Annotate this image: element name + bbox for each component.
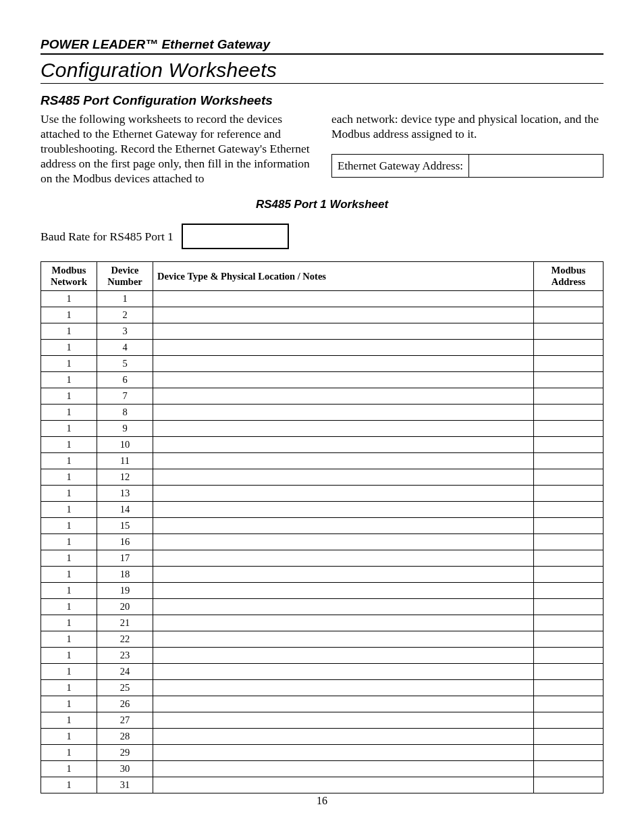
cell-network: 1 bbox=[41, 436, 97, 452]
cell-device-number: 28 bbox=[97, 728, 153, 744]
cell-address[interactable] bbox=[534, 777, 603, 793]
table-row: 15 bbox=[41, 355, 603, 371]
cell-notes[interactable] bbox=[153, 485, 534, 501]
table-row: 118 bbox=[41, 566, 603, 582]
cell-address[interactable] bbox=[534, 696, 603, 712]
table-row: 124 bbox=[41, 663, 603, 679]
cell-network: 1 bbox=[41, 631, 97, 647]
cell-device-number: 7 bbox=[97, 388, 153, 404]
cell-address[interactable] bbox=[534, 533, 603, 550]
table-row: 127 bbox=[41, 712, 603, 728]
cell-notes[interactable] bbox=[153, 388, 534, 404]
cell-address[interactable] bbox=[534, 371, 603, 388]
table-row: 117 bbox=[41, 550, 603, 566]
cell-address[interactable] bbox=[534, 712, 603, 728]
cell-device-number: 16 bbox=[97, 533, 153, 550]
cell-address[interactable] bbox=[534, 404, 603, 420]
cell-device-number: 1 bbox=[97, 290, 153, 307]
cell-device-number: 14 bbox=[97, 501, 153, 517]
cell-notes[interactable] bbox=[153, 371, 534, 388]
table-row: 126 bbox=[41, 696, 603, 712]
cell-address[interactable] bbox=[534, 485, 603, 501]
cell-address[interactable] bbox=[534, 598, 603, 615]
cell-address[interactable] bbox=[534, 339, 603, 355]
cell-address[interactable] bbox=[534, 663, 603, 679]
cell-address[interactable] bbox=[534, 290, 603, 307]
cell-device-number: 3 bbox=[97, 323, 153, 339]
cell-address[interactable] bbox=[534, 420, 603, 436]
cell-notes[interactable] bbox=[153, 663, 534, 679]
cell-notes[interactable] bbox=[153, 631, 534, 647]
cell-notes[interactable] bbox=[153, 501, 534, 517]
cell-address[interactable] bbox=[534, 647, 603, 663]
cell-device-number: 26 bbox=[97, 696, 153, 712]
cell-notes[interactable] bbox=[153, 452, 534, 469]
cell-network: 1 bbox=[41, 777, 97, 793]
cell-address[interactable] bbox=[534, 388, 603, 404]
cell-notes[interactable] bbox=[153, 290, 534, 307]
intro-column-right-text: each network: device type and physical l… bbox=[331, 112, 599, 140]
cell-notes[interactable] bbox=[153, 469, 534, 485]
cell-notes[interactable] bbox=[153, 517, 534, 533]
cell-address[interactable] bbox=[534, 760, 603, 777]
cell-network: 1 bbox=[41, 696, 97, 712]
cell-notes[interactable] bbox=[153, 404, 534, 420]
cell-network: 1 bbox=[41, 452, 97, 469]
cell-notes[interactable] bbox=[153, 355, 534, 371]
cell-device-number: 18 bbox=[97, 566, 153, 582]
table-row: 130 bbox=[41, 760, 603, 777]
cell-notes[interactable] bbox=[153, 696, 534, 712]
cell-address[interactable] bbox=[534, 550, 603, 566]
cell-address[interactable] bbox=[534, 436, 603, 452]
table-row: 114 bbox=[41, 501, 603, 517]
cell-network: 1 bbox=[41, 663, 97, 679]
cell-address[interactable] bbox=[534, 631, 603, 647]
cell-address[interactable] bbox=[534, 323, 603, 339]
cell-notes[interactable] bbox=[153, 307, 534, 323]
product-title: POWER LEADER™ Ethernet Gateway bbox=[41, 37, 603, 52]
cell-notes[interactable] bbox=[153, 339, 534, 355]
cell-address[interactable] bbox=[534, 355, 603, 371]
cell-notes[interactable] bbox=[153, 323, 534, 339]
cell-address[interactable] bbox=[534, 517, 603, 533]
cell-address[interactable] bbox=[534, 501, 603, 517]
table-row: 18 bbox=[41, 404, 603, 420]
cell-notes[interactable] bbox=[153, 728, 534, 744]
cell-address[interactable] bbox=[534, 582, 603, 598]
baud-rate-field[interactable] bbox=[182, 224, 289, 249]
page: POWER LEADER™ Ethernet Gateway Configura… bbox=[0, 0, 644, 834]
table-row: 123 bbox=[41, 647, 603, 663]
cell-notes[interactable] bbox=[153, 436, 534, 452]
cell-notes[interactable] bbox=[153, 550, 534, 566]
cell-notes[interactable] bbox=[153, 679, 534, 696]
cell-notes[interactable] bbox=[153, 420, 534, 436]
table-row: 119 bbox=[41, 582, 603, 598]
cell-notes[interactable] bbox=[153, 744, 534, 760]
table-row: 122 bbox=[41, 631, 603, 647]
baud-rate-label: Baud Rate for RS485 Port 1 bbox=[41, 230, 173, 244]
cell-address[interactable] bbox=[534, 728, 603, 744]
cell-address[interactable] bbox=[534, 744, 603, 760]
cell-notes[interactable] bbox=[153, 647, 534, 663]
gateway-address-field[interactable] bbox=[469, 155, 603, 177]
document-header: POWER LEADER™ Ethernet Gateway bbox=[41, 37, 603, 55]
cell-notes[interactable] bbox=[153, 760, 534, 777]
cell-address[interactable] bbox=[534, 566, 603, 582]
cell-address[interactable] bbox=[534, 679, 603, 696]
cell-notes[interactable] bbox=[153, 598, 534, 615]
cell-notes[interactable] bbox=[153, 533, 534, 550]
cell-notes[interactable] bbox=[153, 777, 534, 793]
cell-network: 1 bbox=[41, 501, 97, 517]
cell-address[interactable] bbox=[534, 452, 603, 469]
cell-notes[interactable] bbox=[153, 566, 534, 582]
cell-address[interactable] bbox=[534, 307, 603, 323]
cell-address[interactable] bbox=[534, 469, 603, 485]
cell-address[interactable] bbox=[534, 615, 603, 631]
cell-notes[interactable] bbox=[153, 712, 534, 728]
col-header-modbus-address-l2: Address bbox=[538, 276, 599, 288]
cell-notes[interactable] bbox=[153, 615, 534, 631]
col-header-modbus-network-l2: Network bbox=[45, 276, 92, 288]
cell-notes[interactable] bbox=[153, 582, 534, 598]
cell-network: 1 bbox=[41, 598, 97, 615]
col-header-device-number: Device Number bbox=[97, 262, 153, 290]
